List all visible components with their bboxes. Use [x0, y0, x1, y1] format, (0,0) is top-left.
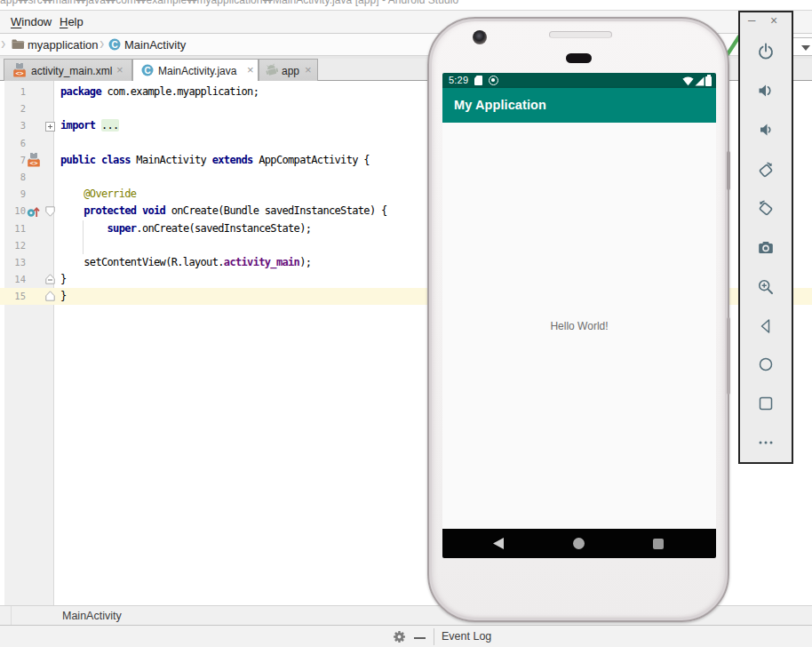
line-number: 10 — [4, 203, 26, 220]
volume-button — [727, 317, 730, 395]
close-icon[interactable]: × — [116, 63, 123, 76]
overriding-method-gutter-icon[interactable] — [26, 204, 41, 219]
android-nav-bar — [442, 529, 716, 558]
more-icon[interactable] — [757, 436, 775, 454]
app-title: My Application — [454, 98, 546, 112]
code-line: @Override — [60, 186, 136, 203]
rotate-left-icon[interactable] — [757, 161, 775, 179]
cell-signal-icon — [695, 76, 705, 86]
line-number: 8 — [4, 169, 26, 186]
svg-text:C: C — [111, 40, 117, 50]
home-icon[interactable] — [757, 355, 775, 373]
back-icon[interactable] — [757, 317, 775, 335]
line-number: 15 — [4, 288, 26, 305]
app-content: Hello World! — [442, 123, 716, 529]
tab-label: MainActivity.java — [158, 65, 236, 77]
close-icon[interactable]: × — [247, 63, 254, 76]
close-icon[interactable]: × — [305, 63, 312, 76]
code-line: } — [60, 271, 67, 288]
tab-activity-main-xml[interactable]: <> activity_main.xml × — [4, 59, 132, 81]
line-number: 14 — [4, 271, 26, 288]
line-number: 9 — [4, 186, 26, 203]
tab-label: activity_main.xml — [31, 65, 112, 77]
fold-end-icon[interactable] — [45, 291, 55, 301]
emulator-toolbar: – × — [738, 11, 793, 464]
power-icon[interactable] — [757, 43, 775, 60]
gear-icon[interactable] — [393, 630, 406, 643]
emulator-phone: 5:29 My Application Hello World! — [427, 17, 729, 622]
class-icon: C — [141, 64, 154, 76]
breadcrumb-class[interactable]: MainActivity — [124, 38, 186, 52]
divider — [434, 628, 434, 645]
volume-down-icon[interactable] — [757, 121, 775, 139]
event-log-button[interactable]: Event Log — [442, 630, 491, 643]
layout-file-icon: <> — [12, 63, 27, 77]
line-number: 13 — [4, 254, 26, 271]
app-action-bar: My Application — [442, 88, 716, 123]
android-status-bar: 5:29 — [442, 73, 716, 88]
code-line: protected void onCreate(Bundle savedInst… — [60, 203, 387, 220]
code-line: public class MainActivity extends AppCom… — [60, 152, 370, 169]
chevron-down-icon — [801, 45, 810, 51]
phone-screen[interactable]: 5:29 My Application Hello World! — [442, 73, 716, 558]
line-number: 11 — [4, 220, 26, 237]
code-line: package com.example.myapplication; — [60, 84, 259, 100]
folder-icon — [12, 38, 25, 50]
title-bar: app₩src₩main₩java₩com₩example₩myapplicat… — [0, 0, 812, 10]
line-number: 1 — [4, 84, 26, 100]
code-line: super.onCreate(savedInstanceState); — [60, 220, 311, 237]
battery-icon — [705, 76, 712, 86]
code-line: setContentView(R.layout.activity_main); — [60, 254, 311, 271]
line-number: 6 — [4, 135, 26, 152]
breadcrumb-module[interactable]: myapplication — [28, 38, 99, 52]
menu-help[interactable]: Help — [60, 15, 84, 28]
related-layout-gutter-icon[interactable]: <> — [27, 153, 41, 167]
screenshot-camera-icon[interactable] — [757, 239, 775, 257]
line-number: 12 — [4, 237, 26, 254]
svg-text:<>: <> — [29, 159, 38, 167]
window-title: app₩src₩main₩java₩com₩example₩myapplicat… — [0, 0, 458, 6]
overview-icon[interactable] — [757, 395, 775, 412]
speaker-slot — [566, 53, 592, 63]
code-line: } — [60, 288, 67, 305]
chevron-right-icon: › — [100, 34, 104, 54]
data-saver-icon — [489, 76, 498, 85]
zoom-icon[interactable] — [757, 278, 775, 296]
tab-app[interactable]: app × — [259, 59, 318, 81]
fold-start-icon[interactable] — [45, 206, 55, 217]
power-button — [727, 151, 730, 190]
tab-label: app — [282, 65, 299, 77]
hello-world-text: Hello World! — [550, 320, 608, 332]
android-studio-window: app₩src₩main₩java₩com₩example₩myapplicat… — [0, 0, 812, 647]
volume-up-icon[interactable] — [757, 82, 775, 100]
earpiece-speaker — [549, 31, 612, 38]
fold-plus-icon[interactable] — [45, 122, 55, 132]
tab-mainactivity-java[interactable]: C MainActivity.java × — [132, 59, 259, 82]
svg-text:<>: <> — [15, 69, 24, 77]
chevron-right-icon: › — [1, 34, 5, 54]
close-icon[interactable]: × — [770, 13, 777, 28]
rotate-right-icon[interactable] — [757, 199, 775, 217]
code-line: import ... — [60, 117, 119, 134]
line-number: 7 — [4, 152, 26, 169]
wifi-icon — [682, 76, 694, 86]
home-icon[interactable] — [573, 538, 585, 549]
class-icon: C — [108, 38, 121, 51]
minimize-icon[interactable] — [414, 637, 426, 639]
ide-status-bar: Event Log — [0, 625, 812, 647]
svg-text:C: C — [144, 66, 150, 76]
line-number: 3 — [4, 117, 26, 134]
recents-icon[interactable] — [653, 539, 664, 549]
divider — [11, 606, 12, 626]
fold-end-minus-icon[interactable] — [45, 274, 55, 284]
front-camera — [473, 30, 487, 44]
line-number: 2 — [4, 100, 26, 117]
android-robot-icon — [265, 63, 279, 77]
folded-imports[interactable]: ... — [101, 119, 119, 132]
sdcard-icon — [474, 76, 482, 85]
bottom-breadcrumb-class[interactable]: MainActivity — [62, 610, 122, 622]
back-icon[interactable] — [493, 538, 504, 549]
status-time: 5:29 — [449, 75, 468, 85]
minimize-icon[interactable]: – — [748, 12, 755, 27]
menu-window[interactable]: Window — [11, 15, 52, 28]
